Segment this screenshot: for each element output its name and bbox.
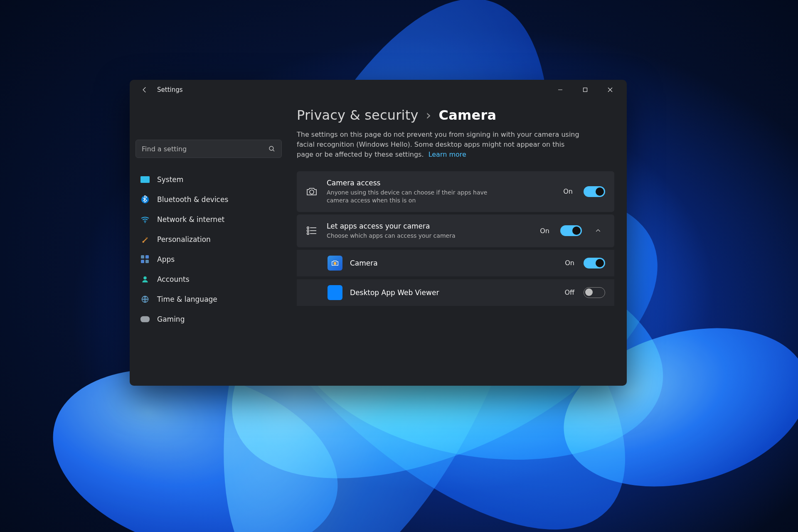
display-icon	[140, 175, 150, 184]
sidebar-item-bluetooth[interactable]: Bluetooth & devices	[135, 190, 282, 209]
camera-access-toggle[interactable]	[584, 186, 605, 197]
settings-window: Settings System	[130, 80, 627, 386]
minimize-icon	[558, 87, 563, 92]
person-icon	[140, 275, 150, 284]
sidebar-item-gaming[interactable]: Gaming	[135, 309, 282, 329]
svg-point-16	[334, 262, 337, 265]
svg-rect-9	[145, 260, 149, 263]
app-row-camera: Camera On	[297, 250, 614, 277]
toggle-state-label: Off	[564, 288, 574, 296]
maximize-button[interactable]	[573, 81, 598, 99]
setting-camera-access[interactable]: Camera access Anyone using this device c…	[297, 171, 614, 212]
sidebar-item-label: Personalization	[157, 235, 211, 244]
search-box[interactable]	[135, 140, 282, 158]
breadcrumb: Privacy & security › Camera	[297, 107, 614, 123]
svg-point-10	[143, 276, 147, 280]
app-camera-toggle[interactable]	[584, 258, 605, 268]
setting-apps-access[interactable]: Let apps access your camera Choose which…	[297, 214, 614, 247]
close-button[interactable]	[598, 81, 623, 99]
sidebar-item-system[interactable]: System	[135, 170, 282, 190]
search-input[interactable]	[142, 145, 268, 153]
sidebar-item-apps[interactable]: Apps	[135, 249, 282, 269]
sidebar-item-label: Time & language	[157, 295, 217, 303]
paintbrush-icon	[140, 235, 150, 244]
close-icon	[608, 87, 613, 92]
sidebar-item-personalization[interactable]: Personalization	[135, 229, 282, 249]
svg-point-14	[307, 230, 309, 232]
svg-point-13	[307, 227, 309, 229]
apps-access-toggle[interactable]	[560, 225, 582, 236]
sidebar-item-label: Network & internet	[157, 215, 224, 224]
app-name-label: Camera	[350, 259, 557, 268]
svg-rect-3	[140, 176, 150, 183]
wifi-icon	[140, 215, 150, 224]
content-pane: Privacy & security › Camera The settings…	[288, 100, 627, 386]
sidebar-item-accounts[interactable]: Accounts	[135, 269, 282, 289]
toggle-state-label: On	[540, 227, 549, 235]
svg-rect-8	[141, 260, 144, 263]
globe-clock-icon	[140, 295, 150, 304]
list-toggle-icon	[306, 225, 318, 236]
sidebar-item-time-language[interactable]: Time & language	[135, 289, 282, 309]
bluetooth-icon	[140, 195, 150, 204]
maximize-icon	[583, 87, 588, 92]
titlebar: Settings	[130, 80, 627, 100]
app-row-desktop-web-viewer: Desktop App Web Viewer Off	[297, 279, 614, 306]
learn-more-link[interactable]: Learn more	[429, 150, 466, 158]
breadcrumb-parent[interactable]: Privacy & security	[297, 107, 419, 123]
sidebar-item-label: Bluetooth & devices	[157, 195, 228, 204]
svg-point-12	[310, 190, 314, 194]
gamepad-icon	[140, 315, 150, 324]
setting-subtitle: Anyone using this device can choose if t…	[327, 189, 501, 204]
minimize-button[interactable]	[548, 81, 573, 99]
page-description: The settings on this page do not prevent…	[297, 130, 579, 160]
svg-point-5	[145, 222, 146, 223]
apps-icon	[140, 255, 150, 264]
arrow-left-icon	[141, 86, 148, 94]
sidebar-item-network[interactable]: Network & internet	[135, 209, 282, 229]
svg-rect-0	[584, 88, 587, 92]
chevron-up-icon	[595, 227, 601, 234]
app-name-label: Desktop App Web Viewer	[350, 288, 557, 297]
chevron-right-icon: ›	[426, 107, 431, 123]
setting-subtitle: Choose which apps can access your camera	[327, 232, 501, 240]
sidebar-item-label: Apps	[157, 255, 175, 264]
svg-point-1	[269, 146, 273, 150]
camera-app-icon	[328, 256, 342, 271]
page-title: Camera	[439, 107, 497, 123]
svg-rect-7	[145, 255, 149, 259]
svg-rect-6	[141, 255, 144, 259]
app-desktop-web-viewer-toggle[interactable]	[584, 287, 605, 298]
search-icon	[268, 145, 276, 153]
sidebar-item-label: System	[157, 175, 183, 184]
window-title: Settings	[157, 86, 183, 94]
toggle-state-label: On	[563, 187, 573, 195]
camera-icon	[306, 186, 318, 197]
generic-app-icon	[328, 285, 342, 300]
sidebar-item-label: Gaming	[157, 315, 185, 323]
sidebar: System Bluetooth & devices Network & int…	[130, 100, 288, 386]
expand-button[interactable]	[591, 227, 605, 234]
setting-title: Let apps access your camera	[327, 222, 531, 230]
toggle-state-label: On	[565, 259, 574, 267]
sidebar-item-label: Accounts	[157, 275, 190, 283]
back-button[interactable]	[138, 83, 151, 96]
svg-point-15	[307, 233, 309, 235]
sidebar-nav: System Bluetooth & devices Network & int…	[135, 170, 282, 329]
setting-title: Camera access	[327, 179, 554, 187]
